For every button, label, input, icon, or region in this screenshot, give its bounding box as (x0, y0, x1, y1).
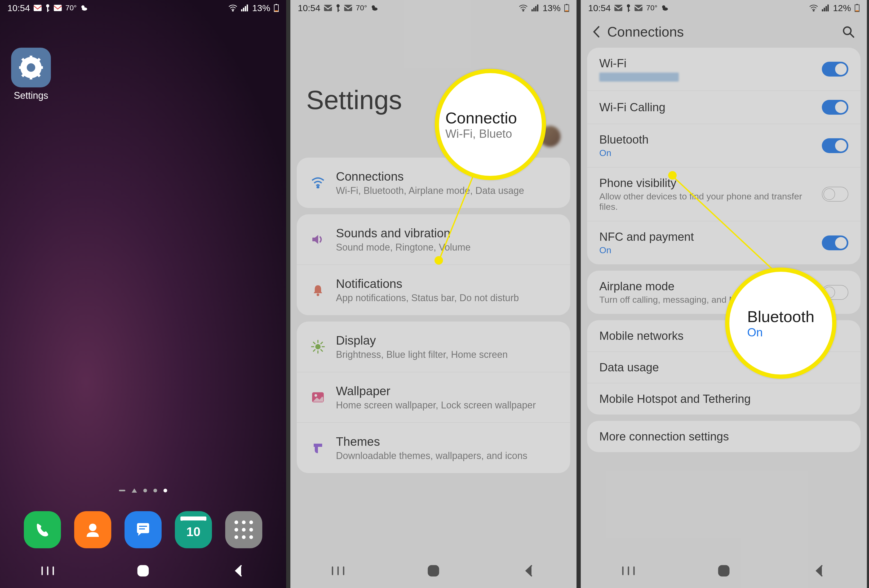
row-title: Display (336, 333, 557, 348)
sun-icon (310, 339, 326, 355)
connections-card: Wi-Fi Wi-Fi Calling Bluetooth On Phone v… (587, 48, 860, 264)
toggle-wi-fi-calling[interactable] (822, 100, 848, 115)
svg-point-25 (89, 524, 96, 531)
svg-rect-19 (39, 66, 43, 69)
calendar-app-icon[interactable]: 10 (175, 511, 212, 548)
nav-back[interactable] (810, 561, 829, 580)
row-sub: Wi-Fi, Bluetooth, Airplane mode, Data us… (336, 185, 557, 196)
svg-rect-69 (628, 10, 630, 10)
svg-rect-70 (635, 5, 642, 11)
svg-rect-17 (30, 56, 32, 59)
status-battery-pct: 13% (252, 3, 270, 13)
status-time: 10:54 (298, 3, 320, 13)
gmail-icon (324, 5, 332, 11)
callout-anchor-dot (434, 256, 443, 265)
row-sub: Allow other devices to find your phone a… (599, 191, 822, 212)
svg-rect-74 (822, 9, 823, 11)
dock: 10 (0, 511, 286, 548)
contacts-app-icon[interactable] (74, 511, 111, 548)
row-title: Themes (336, 434, 557, 449)
svg-rect-32 (324, 5, 332, 11)
gmail-icon (635, 5, 642, 11)
conn-row-wi-fi-calling[interactable]: Wi-Fi Calling (587, 90, 860, 124)
svg-rect-10 (245, 6, 246, 11)
row-sub: Brightness, Blue light filter, Home scre… (336, 349, 557, 360)
nav-recents[interactable] (619, 561, 638, 580)
settings-row-connections[interactable]: Connections Wi-Fi, Bluetooth, Airplane m… (297, 158, 570, 208)
settings-card: Sounds and vibration Sound mode, Rington… (297, 214, 570, 315)
nav-home[interactable] (715, 561, 733, 580)
svg-line-82 (850, 34, 854, 37)
toggle-nfc-and-payment[interactable] (822, 235, 848, 250)
svg-rect-77 (827, 4, 829, 11)
nav-home[interactable] (424, 561, 443, 580)
settings-list: Connections Wi-Fi, Bluetooth, Airplane m… (291, 158, 577, 473)
connections-header: Connections (581, 16, 867, 48)
svg-line-56 (313, 342, 315, 344)
settings-row-sounds-and-vibration[interactable]: Sounds and vibration Sound mode, Rington… (297, 214, 570, 265)
conn-row-mobile-hotspot-and-tethering[interactable]: Mobile Hotspot and Tethering (587, 383, 860, 415)
back-button[interactable] (589, 25, 605, 39)
status-bar: 10:54 70° 13% (0, 0, 286, 16)
search-icon[interactable] (840, 25, 856, 38)
row-sub: Home screen wallpaper, Lock screen wallp… (336, 400, 557, 411)
svg-point-50 (317, 293, 319, 296)
toggle-phone-visibility[interactable] (822, 187, 848, 201)
svg-point-38 (372, 7, 378, 10)
svg-point-67 (627, 4, 630, 7)
nav-recents[interactable] (329, 561, 347, 580)
row-title: Phone visibility (599, 176, 822, 190)
conn-row-phone-visibility[interactable]: Phone visibility Allow other devices to … (587, 167, 860, 221)
svg-rect-80 (856, 10, 859, 11)
nav-bar (581, 554, 867, 588)
nav-recents[interactable] (39, 561, 57, 580)
svg-rect-3 (47, 10, 49, 10)
key-icon (45, 4, 50, 12)
phone-app-icon[interactable] (24, 511, 61, 548)
connections-list: Wi-Fi Wi-Fi Calling Bluetooth On Phone v… (581, 48, 867, 452)
row-sub: App notifications, Status bar, Do not di… (336, 292, 557, 304)
svg-rect-46 (565, 10, 568, 11)
panel-home: 10:54 70° 13% Settings 1 (0, 0, 286, 588)
svg-point-33 (337, 4, 340, 7)
battery-icon (274, 4, 279, 12)
row-title: Mobile Hotspot and Tethering (599, 392, 848, 406)
settings-row-wallpaper[interactable]: Wallpaper Home screen wallpaper, Lock sc… (297, 372, 570, 422)
settings-row-notifications[interactable]: Notifications App notifications, Status … (297, 265, 570, 315)
signal-icon (531, 4, 539, 11)
row-title: More connection settings (599, 430, 848, 443)
wifi-network-name-redacted (599, 73, 679, 81)
svg-point-72 (663, 7, 668, 10)
settings-row-themes[interactable]: Themes Downloadable themes, wallpapers, … (297, 422, 570, 473)
gmail-icon (54, 5, 62, 11)
nav-back[interactable] (229, 561, 248, 580)
conn-row-more-connection-settings[interactable]: More connection settings (587, 421, 860, 452)
messages-app-icon[interactable] (125, 511, 162, 548)
nav-back[interactable] (519, 561, 538, 580)
row-title: Connections (336, 169, 557, 184)
wifi-icon (519, 4, 528, 11)
apps-drawer-icon[interactable] (225, 511, 262, 548)
status-temp: 70° (65, 4, 77, 12)
conn-row-bluetooth[interactable]: Bluetooth On (587, 124, 860, 167)
nav-bar (291, 554, 577, 588)
svg-rect-35 (338, 10, 340, 10)
status-battery-pct: 12% (833, 3, 851, 13)
nav-home[interactable] (134, 561, 152, 580)
conn-row-wi-fi[interactable]: Wi-Fi (587, 48, 860, 90)
toggle-wi-fi[interactable] (822, 62, 848, 77)
svg-rect-76 (826, 6, 827, 11)
svg-rect-66 (614, 5, 622, 11)
conn-row-nfc-and-payment[interactable]: NFC and payment On (587, 221, 860, 264)
svg-point-61 (314, 394, 317, 397)
page-indicator[interactable] (0, 489, 286, 493)
gmail-icon (344, 5, 352, 11)
settings-app-label: Settings (14, 90, 48, 101)
weather-icon (661, 4, 669, 12)
settings-app-icon[interactable]: Settings (11, 48, 51, 101)
svg-rect-36 (344, 5, 352, 11)
status-temp: 70° (356, 4, 367, 12)
toggle-bluetooth[interactable] (822, 138, 848, 153)
svg-rect-4 (54, 5, 62, 11)
settings-row-display[interactable]: Display Brightness, Blue light filter, H… (297, 321, 570, 372)
